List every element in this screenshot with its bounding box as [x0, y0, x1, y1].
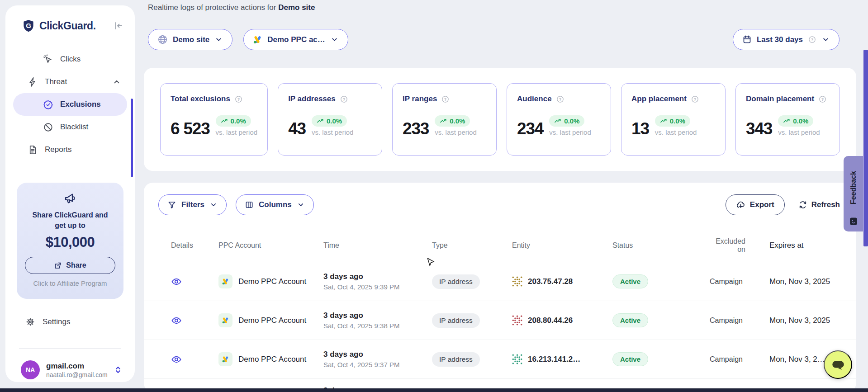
table-row: Demo PPC Account 3 days agoSat, Oct 4, 2… [144, 301, 856, 340]
ppc-account-cell: Demo PPC Account [218, 274, 323, 288]
help-icon[interactable] [340, 95, 348, 104]
stat-title: IP ranges [403, 94, 437, 104]
stat-card-ip-ranges: IP ranges 233 0.0%vs. last period [392, 83, 497, 156]
trend-up-icon [317, 118, 324, 125]
share-button[interactable]: Share [25, 257, 115, 274]
chevron-down-icon [330, 35, 339, 44]
stat-value: 6 523 [171, 121, 210, 136]
sidebar-scrollbar[interactable] [131, 99, 133, 177]
date-range-selector[interactable]: Last 30 days [733, 29, 840, 50]
entity-cell: 208.80.44.26 [512, 315, 612, 326]
google-ads-icon [218, 313, 232, 327]
stat-caption: vs. last period [216, 128, 258, 136]
type-badge: IP address [432, 274, 480, 289]
sidebar-collapse-icon[interactable] [113, 20, 124, 31]
trend-badge: 0.0% [435, 115, 470, 127]
col-header-expires-at: Expires at [745, 241, 829, 250]
eye-icon [171, 276, 182, 287]
filters-button[interactable]: Filters [158, 194, 227, 215]
affiliate-headline: Share ClickGuard and get up to [27, 210, 113, 231]
stat-caption: vs. last period [655, 128, 697, 136]
table-row: Demo PPC Account 3 days agoSat, Oct 4, 2… [144, 340, 856, 379]
stat-value: 13 [631, 121, 649, 136]
user-name: gmail.com [46, 362, 108, 371]
help-icon[interactable] [556, 95, 564, 104]
google-ads-icon [218, 352, 232, 366]
help-icon[interactable] [441, 95, 450, 104]
google-ads-icon [218, 274, 232, 288]
stat-value: 343 [746, 121, 772, 136]
megaphone-icon [63, 192, 77, 205]
excluded-on-cell: Campaign [710, 355, 745, 364]
gear-icon [25, 316, 36, 327]
trend-badge: 0.0% [778, 115, 813, 127]
sidebar-item-label: Threat [45, 77, 67, 86]
globe-icon [157, 34, 168, 45]
chat-bubble-icon [830, 357, 846, 373]
entity-cell: 16.213.141.2… [512, 354, 612, 364]
table-row: Demo PPC Account 3 days agoSat, Oct 4, 2… [144, 262, 856, 301]
refresh-button[interactable]: Refresh [798, 200, 840, 209]
sidebar-item-settings[interactable]: Settings [5, 311, 135, 333]
sidebar-item-clicks[interactable]: Clicks [5, 48, 135, 71]
view-details-button[interactable] [171, 276, 218, 287]
trend-badge: 0.0% [216, 115, 251, 127]
trend-up-icon [783, 118, 790, 125]
help-icon[interactable] [818, 95, 827, 104]
ip-identicon [512, 354, 522, 364]
sidebar-item-blacklist[interactable]: Blacklist [5, 116, 135, 138]
stat-card-domain-placement: Domain placement 343 0.0%vs. last period [735, 83, 840, 156]
badge-check-icon [43, 99, 53, 110]
columns-button[interactable]: Columns [236, 194, 314, 215]
user-menu[interactable]: NA gmail.com naatali.ro@gmail.com [5, 357, 135, 383]
sidebar-item-threat[interactable]: Threat [5, 71, 135, 93]
eye-icon [171, 354, 182, 365]
calendar-icon [742, 35, 752, 44]
cloud-download-icon [736, 200, 745, 210]
ppc-account-cell: Demo PPC Account [218, 352, 323, 366]
help-icon[interactable] [691, 95, 699, 104]
affiliate-footnote[interactable]: Click to Affiliate Program [17, 279, 123, 287]
stat-title: App placement [631, 94, 687, 104]
trend-up-icon [554, 118, 561, 125]
logo-text: ClickGuard. [39, 20, 96, 32]
sidebar-item-exclusions[interactable]: Exclusions [13, 93, 127, 116]
columns-icon [245, 200, 254, 209]
page-subtitle: Realtime logs of protective actions for … [148, 3, 315, 12]
excluded-on-cell: Campaign [710, 278, 745, 286]
export-button[interactable]: Export [726, 194, 785, 215]
chevron-down-icon [297, 201, 305, 209]
chevron-down-icon [821, 35, 830, 44]
lightning-icon [28, 77, 38, 87]
divider [19, 348, 121, 349]
ppc-account-cell: Demo PPC Account [218, 313, 323, 327]
time-cell: 3 days agoSat, Oct 4, 2025 9:37 PM [323, 350, 432, 368]
stat-value: 233 [403, 121, 429, 136]
trend-badge: 0.0% [655, 115, 690, 127]
stat-caption: vs. last period [549, 128, 591, 136]
entity-cell: 203.75.47.28 [512, 276, 612, 287]
stat-card-app-placement: App placement 13 0.0%vs. last period [621, 83, 726, 156]
view-details-button[interactable] [171, 354, 218, 365]
subtitle-site-name: Demo site [278, 3, 315, 12]
sidebar-item-label: Reports [45, 145, 72, 154]
chevron-down-icon [214, 35, 223, 44]
feedback-tab[interactable]: Feedback [844, 156, 863, 231]
sidebar-item-reports[interactable]: Reports [5, 138, 135, 161]
status-badge: Active [612, 352, 648, 366]
page-scrollbar-thumb[interactable] [863, 50, 868, 246]
chevron-up-icon [112, 77, 121, 86]
expires-at-cell: Mon, Nov 3, 2… [745, 355, 829, 364]
trend-badge: 0.0% [549, 115, 584, 127]
ppc-account-selector[interactable]: Demo PPC ac… [243, 29, 348, 50]
chat-launcher-button[interactable] [824, 350, 852, 379]
affiliate-amount: $10,000 [17, 234, 123, 250]
sidebar-item-label: Clicks [60, 55, 81, 64]
eye-icon [171, 315, 182, 326]
sidebar-nav: Clicks Threat Exclusions Blacklist Repor… [5, 48, 135, 161]
help-icon[interactable] [234, 95, 243, 104]
site-selector[interactable]: Demo site [148, 29, 232, 50]
view-details-button[interactable] [171, 315, 218, 326]
trend-up-icon [221, 118, 228, 125]
stat-caption: vs. last period [312, 128, 354, 136]
